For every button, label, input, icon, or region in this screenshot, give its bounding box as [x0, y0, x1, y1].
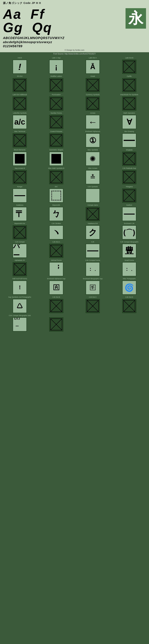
cell-label: CJK Symbols — [88, 186, 98, 188]
cell-label: Compat Jamo — [88, 204, 98, 206]
x-placeholder-icon — [13, 226, 27, 239]
cell-symbol — [49, 299, 63, 313]
paren-bracket-symbol: (⌒) — [122, 226, 136, 239]
char-cell: CJK Ext B — [38, 296, 75, 314]
cell-label: Enclosed Ideographic Sup — [83, 278, 102, 280]
cell-symbol — [122, 317, 136, 332]
x-placeholder-icon — [122, 189, 136, 202]
cell-label: Bopomofo — [52, 204, 60, 206]
forall-symbol: ∀ — [122, 115, 136, 129]
cell-symbol — [13, 170, 27, 184]
char-cell: Block Elements — [2, 148, 38, 166]
cell-label: Enclosed Alphanum Sup — [47, 278, 65, 280]
char-cell: Vertical Forms︔ — [38, 258, 75, 277]
cell-label: Sup Arrows B — [15, 167, 25, 170]
cell-label: Dingbats — [126, 149, 133, 151]
hero-section: Aa Ff Gg Qq 永 — [0, 6, 149, 35]
char-cell: CJK Radicals Sup — [111, 166, 147, 184]
char-cell: CJK Compat Ideographs Sub丽－ — [2, 314, 38, 332]
alphabet-section: ABCDEFGHIJKLMNOPQRSTUVWXYZ abcdefghijklm… — [0, 35, 149, 49]
char-cell: Sup Arrows B — [2, 166, 38, 184]
char-cell — [75, 314, 111, 332]
cell-symbol: ∀ — [122, 115, 136, 129]
char-cell: Greek — [75, 74, 111, 92]
digits-row: 0123456789 — [3, 44, 146, 48]
cell-symbol: ク — [86, 225, 100, 240]
x-placeholder-icon — [13, 97, 27, 110]
arrow-symbol: ← — [86, 115, 99, 129]
char-cell: IPA Ext — [2, 74, 38, 92]
grid-row-8: Katakana〒BopomofoㄅCompat JamoKanbun — [2, 204, 147, 222]
misc-arrow-symbol: ≛ — [86, 170, 99, 184]
char-cell: Kanbun — [111, 204, 147, 222]
char-cell: CJK Ext D — [111, 296, 147, 314]
cell-symbol: 🈐 — [86, 280, 100, 295]
kanji-symbol: 豊 — [122, 244, 136, 258]
cell-symbol — [49, 96, 63, 110]
char-cell: Enclosed Ideographic Sup🈐 — [75, 277, 111, 295]
cell-label: CJK — [91, 241, 94, 243]
cell-symbol: 🛆 — [13, 299, 27, 313]
x-placeholder-icon — [122, 97, 136, 110]
char-cell: Misc Pictographs🌀 — [111, 277, 147, 295]
char-cell: Half And Full Forms！ — [2, 277, 38, 295]
char-cell: Enclosed CJK(⌒) — [111, 222, 147, 240]
char-cell: Arrows← — [75, 111, 111, 130]
char-cell: Bopomofoㄅ — [38, 204, 75, 222]
cell-label: Box Drawing — [124, 130, 134, 133]
cell-symbol — [122, 60, 136, 74]
cell-symbol — [49, 133, 63, 148]
x-placeholder-icon — [86, 78, 99, 92]
cell-symbol: a/c — [13, 115, 27, 129]
cell-label: Sup Symbols And Pictographic — [8, 296, 31, 298]
x-placeholder-icon — [13, 262, 27, 276]
grid-row-12: Half And Full Forms！Enclosed Alphanum Su… — [2, 277, 147, 295]
cell-symbol: Ā — [86, 60, 100, 74]
char-cell: Misc Technical — [2, 130, 38, 148]
lowercase-row: abcdefghijklmnopqrstuvwxyz — [3, 40, 146, 44]
ideographic-sup-symbol: 🈐 — [86, 281, 99, 294]
cell-symbol — [13, 262, 27, 276]
cell-label: Geometric Shapes — [49, 149, 63, 151]
x-placeholder-icon — [13, 134, 27, 147]
interrobang-symbol: ¡ — [50, 60, 63, 74]
black-square-symbol — [13, 152, 27, 166]
cell-symbol — [13, 96, 27, 110]
char-cell: Cyrillic — [111, 74, 147, 92]
char-cell: Kangxi — [2, 185, 38, 203]
grid-row-3: Letterlike Symbolsa/cNumber FormsArrows←… — [2, 111, 147, 130]
sub-pictograph-symbol: 🛆 — [13, 299, 27, 313]
char-cell: Diacriticals For Symbols — [111, 93, 147, 111]
cell-label: Misc Symbols — [88, 149, 98, 151]
char-cell: Latin Ext B — [111, 56, 147, 74]
cell-label: Kanbun — [126, 204, 132, 206]
cell-symbol — [122, 170, 136, 184]
cell-symbol — [86, 299, 100, 313]
char-cell: CJK Compatアパート — [2, 240, 38, 258]
x-placeholder-icon — [50, 115, 63, 129]
cell-symbol — [86, 207, 100, 221]
char-cell: Bopomofo Ext — [2, 222, 38, 240]
char-cell: Dingbats — [111, 148, 147, 166]
cell-symbol — [122, 299, 136, 313]
char-cell: CJK Symbols — [75, 185, 111, 203]
char-cell: Math Operators∀ — [111, 111, 147, 130]
cell-symbol — [13, 188, 27, 203]
x-placeholder-icon — [13, 78, 27, 92]
black-square-symbol — [50, 152, 63, 166]
char-cell: Modifier Letters — [38, 74, 75, 92]
grid-row-14: CJK Compat Ideographs Sub丽－ — [2, 314, 147, 332]
char-cell — [38, 314, 75, 332]
cell-label: Modifier Letters — [51, 75, 62, 78]
char-cell: CJK Strokesヽ — [38, 222, 75, 240]
cell-label: Alphabetic FF — [15, 259, 25, 262]
cell-label: IPA Ext — [17, 75, 23, 78]
hero-row1: Aa Ff — [3, 8, 125, 21]
grid-row-9: Bopomofo ExtCJK StrokesヽKatakana ExtクEnc… — [2, 222, 147, 240]
cell-symbol — [122, 78, 136, 92]
cell-label: Arrows — [90, 112, 95, 114]
uppercase-row: ABCDEFGHIJKLMNOPQRSTUVWXYZ — [3, 36, 146, 40]
char-cell: CJK Ext A — [38, 240, 75, 258]
cell-label: Katakana — [16, 204, 23, 206]
cell-label: Misc Math Symbols B — [48, 167, 64, 170]
